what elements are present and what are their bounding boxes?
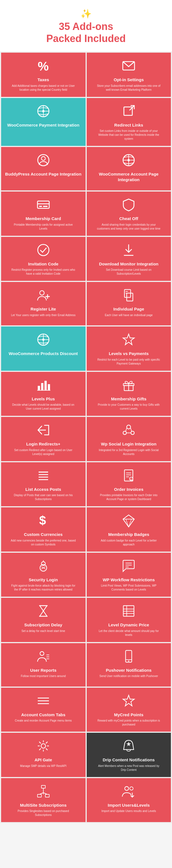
membership-gifts-icon [122, 378, 136, 394]
svg-point-18 [38, 244, 49, 256]
svg-point-80 [40, 652, 44, 655]
cheat-off-title: Cheat Off [119, 216, 138, 221]
subscription-delay-icon [36, 604, 50, 620]
opt-in-settings-title: Opt-in Settings [114, 77, 144, 83]
svg-line-47 [131, 428, 132, 432]
card-list-access-posts: List Access Posts Display of Posts that … [1, 462, 85, 506]
card-opt-in-settings: Opt-in Settings Store your Subscribers e… [87, 53, 171, 97]
wp-workflow-icon [122, 559, 136, 575]
wp-social-login-title: Wp Social Login Integration [101, 441, 156, 447]
card-taxes: % Taxes Add Additional taxes charges bas… [1, 53, 85, 97]
svg-text:$: $ [130, 478, 132, 480]
card-import-users: Import Users&Levels Import and Update Us… [87, 778, 171, 823]
api-gate-desc: Manage SMP details via WP RestAPI [20, 764, 67, 768]
security-login-title: Security Login [29, 577, 58, 583]
card-order-invoices: $ Order Invoices Provides printable Invo… [87, 462, 171, 506]
svg-point-22 [40, 291, 44, 295]
svg-rect-54 [125, 470, 133, 481]
svg-rect-17 [43, 206, 47, 207]
level-dynamic-price-desc: Let the client decide what amount should… [95, 629, 162, 637]
custom-currencies-title: Custom Currencies [24, 532, 63, 537]
header: ✨ 35 Add-ons Packed Included [0, 0, 172, 52]
mycred-points-title: MyCred Points [114, 712, 143, 718]
woocommerce-payment-icon [36, 104, 50, 120]
card-levels-payments: Levels vs Payments Restrict for each Lev… [87, 327, 171, 371]
cheat-off-desc: Avoid sharing their login credentials by… [95, 223, 162, 231]
register-lite-title: Register Lite [31, 306, 56, 312]
card-invitation-code: Invitation Code Restrict Register proces… [1, 237, 85, 281]
levels-plus-desc: Decide what Levels should be available, … [10, 403, 77, 411]
import-users-desc: Import and Update Users results and Leve… [102, 809, 156, 813]
svg-point-45 [131, 431, 134, 435]
drip-content-title: Drip Content Notifications [103, 757, 154, 763]
svg-line-97 [39, 793, 43, 794]
card-subscription-delay: Subscription Delay Set a delay for each … [1, 598, 85, 642]
invitation-code-desc: Restrict Register process only for Invit… [10, 268, 77, 276]
register-lite-icon [36, 288, 50, 304]
card-level-dynamic-price: Level Dynamic Price Let the client decid… [87, 598, 171, 642]
card-mycred-points: MyCred Points Reward with myCred points … [87, 688, 171, 732]
svg-text:%: % [38, 59, 49, 73]
woocommerce-discount-icon [36, 333, 50, 349]
card-wp-workflow: WP Workflow Restrictions Limit Post View… [87, 553, 171, 597]
svg-rect-14 [37, 201, 49, 208]
svg-rect-94 [37, 794, 41, 797]
card-membership-badges: Membership Badges Add custom badge for e… [87, 507, 171, 552]
subscription-delay-desc: Set a delay for each level start time [22, 629, 65, 633]
page-container: ✨ 35 Add-ons Packed Included % Taxes Add… [0, 0, 172, 823]
opt-in-settings-icon [122, 59, 136, 75]
order-invoices-desc: Provides printable Invoices for each Ord… [95, 493, 162, 501]
order-invoices-title: Order Invoices [114, 487, 143, 492]
card-drip-content: Drip Content Notifications Alert Members… [87, 733, 171, 777]
wp-workflow-desc: Limit Post Views, WP Post Submissions, W… [95, 584, 162, 592]
card-levels-plus: Levels Plus Decide what Levels should be… [1, 372, 85, 416]
custom-currencies-icon: $ [36, 514, 50, 529]
header-icon: ✨ [6, 8, 166, 19]
order-invoices-icon: $ [122, 468, 136, 485]
level-dynamic-price-title: Level Dynamic Price [108, 622, 149, 628]
card-security-login: Security Login Fight against brute-force… [1, 553, 85, 597]
svg-marker-90 [123, 695, 134, 706]
levels-payments-icon [122, 333, 136, 349]
pushover-notifications-title: Pushover Notifications [106, 668, 151, 673]
levels-payments-title: Levels vs Payments [109, 351, 149, 356]
svg-marker-33 [123, 334, 134, 345]
card-woocommerce-discount: WooCommerce Products Discount [1, 327, 85, 371]
svg-rect-93 [41, 785, 45, 788]
pushover-notifications-desc: Send User notification on mobile with Pu… [99, 674, 158, 678]
membership-card-title: Membership Card [26, 216, 61, 221]
multisite-subscriptions-title: MultiSite Subscriptions [20, 803, 67, 808]
svg-marker-61 [123, 515, 134, 527]
taxes-title: Taxes [37, 77, 49, 83]
card-multisite-subscriptions: MultiSite Subscriptions Provides Singles… [1, 778, 85, 823]
buddypress-icon [36, 153, 50, 169]
svg-point-86 [128, 660, 129, 662]
level-dynamic-price-icon [122, 604, 136, 620]
list-access-posts-title: List Access Posts [26, 487, 61, 492]
svg-point-9 [41, 157, 45, 160]
woocommerce-account-icon [122, 153, 136, 169]
svg-line-46 [126, 428, 127, 432]
download-monitor-desc: Set Download course Limit based on Subsc… [95, 268, 162, 276]
redirect-links-title: Redirect Links [114, 122, 143, 128]
security-login-desc: Fight against brute-force attack by bloc… [10, 584, 77, 592]
user-reports-title: User Reports [30, 668, 57, 673]
svg-point-44 [123, 431, 127, 435]
card-membership-gifts: Membership Gifts Provide to your Custome… [87, 372, 171, 416]
card-pushover-notifications: Pushover Notifications Send User notific… [87, 643, 171, 687]
title-sub: Packed Included [46, 33, 126, 44]
svg-marker-92 [127, 742, 131, 746]
svg-point-43 [127, 425, 131, 429]
download-monitor-title: Download Monitor Integration [99, 261, 158, 267]
levels-plus-icon [36, 378, 50, 394]
svg-text:$: $ [39, 514, 46, 527]
membership-card-icon [36, 198, 50, 214]
drip-content-desc: Alert Members when a new Post was releas… [95, 764, 162, 772]
svg-rect-34 [38, 386, 40, 390]
card-cheat-off: Cheat Off Avoid sharing their login cred… [87, 191, 171, 236]
mycred-points-desc: Reward with myCred points when a subscri… [95, 719, 162, 726]
card-woocommerce-payment: WooCommerce Payment Integration [1, 98, 85, 146]
card-api-gate: API Gate Manage SMP details via WP RestA… [1, 733, 85, 777]
login-redirects-icon [36, 423, 50, 439]
svg-rect-16 [39, 206, 42, 207]
